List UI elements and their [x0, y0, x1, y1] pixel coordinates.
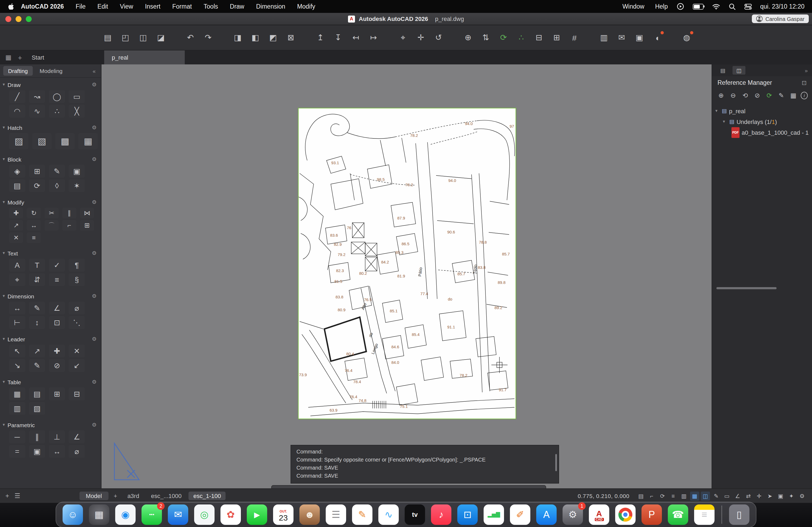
reference-panel-scrollbar[interactable] [716, 287, 777, 289]
define-attribute-tool-icon[interactable]: ◊ [49, 179, 65, 192]
save-icon[interactable]: ◫ [136, 31, 150, 44]
diameter-dimension-tool-icon[interactable]: ⌀ [69, 302, 85, 315]
share-view-icon[interactable]: ↦ [367, 31, 380, 44]
layout-tab-esc_...1000[interactable]: esc_...1000 [146, 492, 186, 500]
list-view-icon[interactable]: ▦ [789, 91, 798, 100]
zoom-realtime-icon[interactable]: ⌖ [396, 31, 410, 44]
copy-tool-icon[interactable]: ∥ [62, 208, 76, 219]
menu-dimension[interactable]: Dimension [256, 3, 286, 10]
edit-reference-icon[interactable]: ✎ [777, 91, 786, 100]
add-leader-tool-icon[interactable]: ↗ [29, 345, 45, 358]
gradient-tool-icon[interactable]: ▧ [32, 133, 52, 149]
palette-section-header[interactable]: ▾Hatch⚙ [3, 123, 98, 132]
gear-icon[interactable]: ⚙ [92, 250, 98, 256]
dock-numbers[interactable]: ▂▅▇ [483, 505, 504, 525]
menu-draw[interactable]: Draw [230, 3, 244, 10]
page-setup-icon[interactable]: ◩ [266, 31, 280, 44]
text-style-tool-icon[interactable]: § [69, 273, 85, 286]
circle-tool-icon[interactable]: ◯ [49, 90, 65, 103]
export-icon[interactable]: ↥ [314, 31, 327, 44]
drawing-limits-icon[interactable]: ⌐ [647, 491, 656, 500]
equal-constraint-tool-icon[interactable]: = [9, 445, 25, 458]
construction-line-tool-icon[interactable]: ╳ [69, 105, 85, 118]
palette-section-header[interactable]: ▾Modify⚙ [3, 197, 98, 207]
workspace-switching-icon[interactable]: ➤ [765, 491, 774, 500]
scale-text-tool-icon[interactable]: ≡ [49, 273, 65, 286]
unload-reference-icon[interactable]: ⊘ [753, 91, 762, 100]
polyline-tool-icon[interactable]: ↝ [29, 90, 45, 103]
refresh-status-icon[interactable]: ⟳ [658, 491, 667, 500]
orbit-icon[interactable]: ↺ [432, 31, 445, 44]
close-window-button[interactable] [5, 16, 11, 22]
dock-messages[interactable]: •••2 [142, 505, 162, 525]
tab-overview-icon[interactable]: ▦ [5, 54, 12, 61]
palette-section-header[interactable]: ▾Block⚙ [3, 154, 98, 164]
write-block-tool-icon[interactable]: ▤ [9, 179, 25, 192]
spell-check-tool-icon[interactable]: ✓ [49, 259, 65, 272]
dock-preview[interactable]: ✐ [510, 505, 530, 525]
minimize-window-button[interactable] [16, 16, 21, 22]
leader-style-tool-icon[interactable]: ↙ [69, 359, 85, 372]
display-icon[interactable] [677, 3, 684, 10]
expand-icon[interactable]: ▾ [723, 117, 727, 127]
attach-reference-icon[interactable]: ⊕ [716, 91, 726, 100]
palette-section-header[interactable]: ▾Leader⚙ [3, 334, 98, 344]
linear-constraint-tool-icon[interactable]: ─ [9, 431, 25, 443]
xref-attach-icon[interactable]: ⊕ [461, 31, 475, 44]
command-customize-icon[interactable]: ⊞ [536, 487, 541, 488]
gear-icon[interactable]: ⚙ [92, 199, 98, 205]
palette-tab-properties-icon[interactable]: ▤ [716, 66, 729, 75]
dock-whatsapp[interactable]: ☎ [668, 505, 688, 525]
open-file-icon[interactable]: ◰ [119, 31, 132, 44]
boundary-tool-icon[interactable]: ▦ [78, 133, 98, 149]
dock-pages[interactable]: ✎ [352, 505, 373, 525]
palette-section-header[interactable]: ▾Draw⚙ [3, 80, 98, 89]
customization-icon[interactable]: ⚙ [798, 491, 807, 500]
chamfer-tool-icon[interactable]: ⌐ [62, 220, 76, 231]
horizontal-constraint-tool-icon[interactable]: ↔ [49, 445, 65, 458]
publish-icon[interactable]: ⊠ [284, 31, 298, 44]
fillet-tool-icon[interactable]: ⌒ [45, 220, 59, 231]
menu-view[interactable]: View [120, 3, 133, 10]
dock-keynote[interactable]: ⊡ [457, 505, 478, 525]
menu-edit[interactable]: Edit [98, 3, 108, 10]
solid-fill-tool-icon[interactable]: ▩ [55, 133, 75, 149]
menu-window[interactable]: Window [622, 3, 644, 10]
menu-help[interactable]: Help [655, 3, 668, 10]
xref-refresh-icon[interactable]: ⟳ [497, 31, 510, 44]
whats-new-icon[interactable]: ◍ [680, 31, 693, 44]
offset-tool-icon[interactable]: ≡ [27, 232, 41, 243]
drawing-sheet[interactable]: 94.09778.293.198.578.294.087.97690.683.6… [299, 108, 516, 419]
dock-tv[interactable]: tv [405, 505, 425, 525]
dock-app-store[interactable]: A [536, 505, 557, 525]
dock-music[interactable]: ♪ [431, 505, 451, 525]
create-block-tool-icon[interactable]: ⊞ [29, 165, 45, 178]
more-panels-icon[interactable]: » [805, 67, 808, 73]
plot-icon[interactable]: ◨ [231, 31, 244, 44]
pan-icon[interactable]: ✛ [414, 31, 427, 44]
palette-section-header[interactable]: ▾Dimension⚙ [3, 291, 98, 301]
dock-chrome[interactable] [615, 505, 636, 525]
dock-calendar[interactable]: OUT.23 [273, 505, 293, 525]
redo-icon[interactable]: ↷ [201, 31, 215, 44]
expand-icon[interactable]: ▾ [715, 106, 720, 117]
dock-finder[interactable]: ☺ [62, 505, 83, 525]
drawing-canvas[interactable]: 94.09778.293.198.578.294.087.97690.683.6… [102, 64, 712, 488]
array-tool-icon[interactable]: ⊞ [80, 220, 94, 231]
tree-row-underlays[interactable]: ▾ ▤ Underlays (1/1) [715, 117, 809, 127]
find-text-tool-icon[interactable]: ⌖ [9, 273, 25, 286]
attribute-editor-icon[interactable]: ⊞ [550, 31, 563, 44]
command-input[interactable]: > _ Type a command ▾ ⊞ [271, 485, 546, 488]
new-drawing-icon[interactable]: + [18, 54, 22, 61]
panel-dock-icon[interactable]: ⊡ [802, 79, 807, 86]
tab-start[interactable]: Start [28, 54, 47, 61]
dock-powerpoint[interactable]: P [641, 505, 662, 525]
gear-icon[interactable]: ⚙ [92, 336, 98, 342]
dock-autocad[interactable]: ACAD [589, 505, 609, 525]
import-icon[interactable]: ↧ [331, 31, 345, 44]
dock-mail[interactable]: ✉ [168, 505, 188, 525]
signed-in-user[interactable]: Carolina Gaspar [752, 15, 809, 23]
angular-constraint-tool-icon[interactable]: ∠ [69, 431, 85, 443]
command-recent-dropdown-icon[interactable]: ▾ [529, 488, 532, 488]
menubar-app-name[interactable]: AutoCAD 2026 [21, 3, 64, 10]
